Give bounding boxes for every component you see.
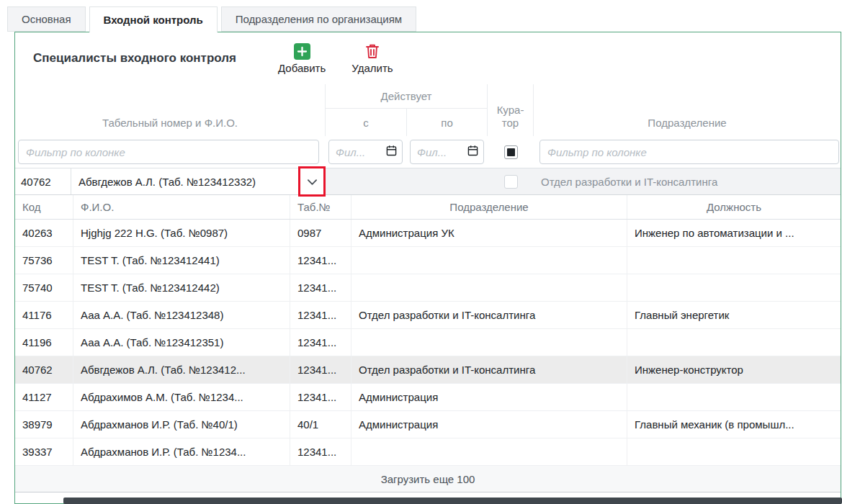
dropdown-header-fio: Ф.И.О. <box>73 195 290 219</box>
cell-code: 39337 <box>15 438 73 465</box>
chevron-down-icon <box>308 175 317 188</box>
filter-cell-from: Фил... <box>325 136 406 168</box>
cell-code: 75736 <box>15 247 73 274</box>
tab-main[interactable]: Основная <box>7 6 86 32</box>
tab-input-control[interactable]: Входной контроль <box>89 6 218 32</box>
grid-header: Табельный номер и Ф.И.О. Действует с по … <box>15 84 841 168</box>
cell-division: Администрация <box>351 384 627 410</box>
delete-button-label: Удалить <box>351 62 393 74</box>
cell-fio: Hjghjg 222 H.G. (Таб. №0987) <box>73 220 290 246</box>
column-header-personnel-fio: Табельный номер и Ф.И.О. <box>15 84 325 136</box>
cell-tab: 12341... <box>290 274 351 301</box>
cell-division: Отдел разработки и IT-консалтинга <box>351 302 627 328</box>
cell-code: 41127 <box>15 384 73 410</box>
cell-tab: 12341... <box>290 247 351 274</box>
cell-fio: Абвгдежов А.Л. (Таб. №123412... <box>73 356 290 383</box>
checkbox-indeterminate-mark <box>507 148 515 156</box>
cell-position: Инженер по автоматизации и ... <box>627 220 841 246</box>
cell-code: 40263 <box>15 220 73 246</box>
employee-code-value: 40762 <box>15 168 71 194</box>
calendar-icon <box>467 145 478 159</box>
dropdown-row[interactable]: 41127 Абдрахимов А.М. (Таб. №1234... 123… <box>15 384 841 411</box>
cell-tab: 12341... <box>290 356 351 383</box>
edit-row-other-cells: Отдел разработки и IT-консалтинга <box>325 168 841 194</box>
calendar-icon <box>386 145 397 159</box>
cell-division: Отдел разработки и IT-консалтинга <box>351 356 627 383</box>
plus-icon <box>294 42 310 60</box>
grid-edit-row: 40762 Абвгдежов А.Л. (Таб. №123412332) О… <box>15 168 841 195</box>
fio-filter-input[interactable] <box>18 140 319 164</box>
date-from-placeholder: Фил... <box>336 146 365 158</box>
add-button-label: Добавить <box>278 62 326 74</box>
cell-fio: Абдрахимов А.М. (Таб. №1234... <box>73 384 290 410</box>
trash-icon <box>365 42 380 60</box>
cell-tab: 12341... <box>290 384 351 410</box>
cell-division: Администрация <box>351 411 627 438</box>
curator-filter-checkbox[interactable] <box>504 145 518 159</box>
horizontal-scrollbar[interactable] <box>63 498 842 504</box>
dropdown-row[interactable]: 40263 Hjghjg 222 H.G. (Таб. №0987) 0987 … <box>15 220 841 247</box>
input-control-panel: Специалисты входного контроля Добавить У… <box>14 32 841 504</box>
cell-code: 41196 <box>15 329 73 356</box>
curator-checkbox[interactable] <box>504 175 518 189</box>
cell-fio: TEST T. (Таб. №123412442) <box>73 274 290 301</box>
cell-fio: TEST T. (Таб. №123412441) <box>73 247 290 274</box>
cell-fio: Абдрахманов И.Р. (Таб. №40/1) <box>73 411 290 438</box>
column-header-division: Подразделение <box>534 84 841 136</box>
dropdown-header-position: Должность <box>627 195 841 219</box>
dropdown-row[interactable]: 41176 Ааа А.А. (Таб. №123412348) 12341..… <box>15 302 841 329</box>
cell-tab: 12341... <box>290 438 351 465</box>
column-header-curator: Кура-тор <box>488 84 534 136</box>
input-control-screen: Основная Входной контроль Подразделения … <box>0 0 842 504</box>
filter-cell-to: Фил... <box>406 136 488 168</box>
dropdown-row[interactable]: 75736 TEST T. (Таб. №123412441) 12341... <box>15 247 841 274</box>
date-to-filter[interactable]: Фил... <box>410 140 484 164</box>
filter-cell-division <box>534 136 841 168</box>
employee-fio-value: Абвгдежов А.Л. (Таб. №123412332) <box>71 168 300 194</box>
combobox-dropdown-button[interactable] <box>300 168 325 194</box>
cell-division <box>351 438 627 465</box>
cell-tab: 12341... <box>290 329 351 356</box>
cell-fio: Ааа А.А. (Таб. №123412351) <box>73 329 290 356</box>
dropdown-header-tab: Таб.№ <box>290 195 351 219</box>
cell-code: 75740 <box>15 274 73 301</box>
dropdown-row[interactable]: 38979 Абдрахманов И.Р. (Таб. №40/1) 40/1… <box>15 411 841 438</box>
cell-division: Администрация УК <box>351 220 627 246</box>
dropdown-header-division: Подразделение <box>351 195 627 219</box>
dropdown-row[interactable]: 75740 TEST T. (Таб. №123412442) 12341... <box>15 274 841 302</box>
edit-division-value: Отдел разработки и IT-консалтинга <box>534 168 841 194</box>
employee-dropdown-list: Код Ф.И.О. Таб.№ Подразделение Должность… <box>15 195 841 492</box>
cell-fio: Абдрахманов И.Р. (Таб. №1234... <box>73 438 290 465</box>
dropdown-row-selected[interactable]: 40762 Абвгдежов А.Л. (Таб. №123412... 12… <box>15 356 841 384</box>
cell-position <box>627 438 841 465</box>
dropdown-header-code: Код <box>15 195 73 219</box>
employee-combobox[interactable]: 40762 Абвгдежов А.Л. (Таб. №123412332) <box>15 168 325 194</box>
cell-fio: Ааа А.А. (Таб. №123412348) <box>73 302 290 328</box>
date-to-placeholder: Фил... <box>417 146 447 158</box>
cell-division <box>351 247 627 274</box>
cell-position <box>627 329 841 356</box>
cell-code: 41176 <box>15 302 73 328</box>
delete-button[interactable]: Удалить <box>351 42 393 74</box>
filter-cell-fio <box>15 136 325 168</box>
cell-tab: 12341... <box>290 302 351 328</box>
tab-divisions-by-org[interactable]: Подразделения по организациям <box>221 6 416 32</box>
cell-division <box>351 274 627 301</box>
load-more-button[interactable]: Загрузить еще 100 <box>15 466 841 492</box>
cell-position <box>627 247 841 274</box>
panel-title: Специалисты входного контроля <box>33 51 236 66</box>
filter-cell-curator <box>488 136 534 168</box>
column-group-valid: Действует <box>325 84 488 109</box>
column-header-valid-to: по <box>406 109 488 136</box>
date-from-filter[interactable]: Фил... <box>328 140 403 164</box>
division-filter-input[interactable] <box>539 140 839 164</box>
edit-curator-cell <box>488 168 534 194</box>
add-button[interactable]: Добавить <box>278 42 326 74</box>
cell-code: 38979 <box>15 411 73 438</box>
dropdown-row[interactable]: 39337 Абдрахманов И.Р. (Таб. №1234... 12… <box>15 438 841 466</box>
dropdown-header-row: Код Ф.И.О. Таб.№ Подразделение Должность <box>15 195 841 220</box>
toolbar: Добавить Удалить <box>278 42 393 74</box>
column-header-valid-from: с <box>325 109 406 136</box>
cell-tab: 0987 <box>290 220 351 246</box>
dropdown-row[interactable]: 41196 Ааа А.А. (Таб. №123412351) 12341..… <box>15 329 841 356</box>
